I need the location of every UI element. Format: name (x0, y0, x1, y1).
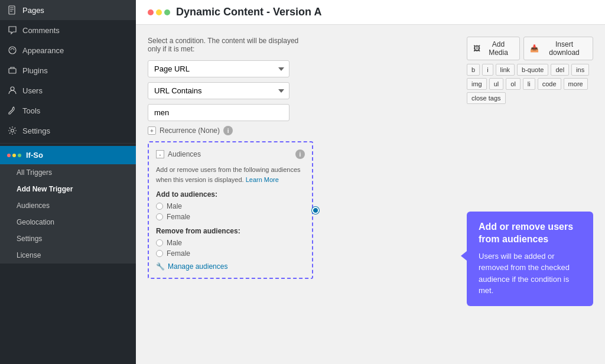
sidebar-label-appearance: Appearance (22, 46, 64, 55)
appearance-icon (7, 45, 18, 56)
svg-point-6 (11, 87, 14, 90)
tools-icon (7, 105, 18, 116)
svg-point-4 (9, 47, 16, 54)
svg-rect-5 (9, 69, 16, 73)
remove-male-radio[interactable]: Male (156, 239, 305, 247)
tag-li[interactable]: li (523, 78, 535, 90)
audiences-box: - Audiences i Add or remove users from t… (148, 141, 313, 279)
tooltip-arrow (461, 251, 467, 261)
tooltip-text: Users will be added or removed from the … (479, 251, 581, 297)
sidebar-label-users: Users (22, 86, 43, 95)
sidebar-item-pages[interactable]: Pages (0, 0, 136, 20)
content-area: Select a condition. The content will be … (136, 25, 605, 364)
submenu-geolocation[interactable]: Geolocation (0, 214, 136, 230)
svg-point-7 (11, 129, 14, 132)
tag-b-quote[interactable]: b-quote (517, 64, 548, 76)
ifso-section[interactable]: If-So (0, 146, 136, 164)
editor-toolbar: 🖼 Add Media 📥 Insert download b i link b… (467, 37, 593, 104)
wrench-icon: 🔧 (156, 262, 165, 271)
sidebar-item-appearance[interactable]: Appearance (0, 40, 136, 60)
condition-text-input[interactable] (148, 104, 290, 121)
top-dot-yellow (156, 9, 162, 15)
sidebar-item-plugins[interactable]: Plugins (0, 60, 136, 80)
tag-del[interactable]: del (551, 64, 569, 76)
remove-male-label: Male (167, 239, 182, 247)
submenu-license[interactable]: License (0, 247, 136, 264)
remove-male-radio-circle (156, 239, 163, 246)
tag-ol[interactable]: ol (506, 78, 521, 90)
tag-b[interactable]: b (467, 64, 480, 76)
add-media-button[interactable]: 🖼 Add Media (467, 37, 520, 60)
tag-ins[interactable]: ins (571, 64, 589, 76)
ifso-sub-menu: All Triggers Add New Trigger Audiences G… (0, 164, 136, 264)
sidebar-label-pages: Pages (22, 6, 44, 15)
connector-dot (312, 207, 319, 214)
sidebar-item-tools[interactable]: Tools (0, 100, 136, 121)
add-female-radio-circle (156, 213, 163, 220)
plugins-icon (7, 65, 18, 76)
audiences-collapse-btn[interactable]: - (156, 150, 164, 158)
sidebar-label-comments: Comments (22, 26, 60, 35)
toolbar-row1: 🖼 Add Media 📥 Insert download (467, 37, 593, 60)
settings-icon (7, 125, 18, 136)
sidebar-divider (0, 143, 136, 144)
add-audiences-label: Add to audiences: (156, 190, 305, 199)
tooltip-title: Add or remove users from audiences (479, 221, 581, 246)
condition-dropdown-2[interactable]: URL Contains (148, 82, 290, 99)
media-icon: 🖼 (473, 44, 480, 53)
recurrence-label: Recurrence (None) (160, 126, 220, 135)
insert-download-button[interactable]: 📥 Insert download (523, 37, 593, 60)
tag-close-tags[interactable]: close tags (467, 92, 506, 104)
sidebar: Pages Comments Appearance Plugins Users … (0, 0, 136, 364)
remove-female-radio[interactable]: Female (156, 249, 305, 258)
users-icon (7, 85, 18, 96)
ifso-dot-green (18, 154, 21, 157)
main-content: Dynamic Content - Version A Select a con… (136, 0, 605, 364)
tag-more[interactable]: more (564, 78, 588, 90)
top-dot-red (148, 9, 154, 15)
tag-i[interactable]: i (482, 64, 493, 76)
tooltip-box: Add or remove users from audiences Users… (467, 212, 593, 306)
sidebar-item-users[interactable]: Users (0, 80, 136, 100)
recurrence-toggle[interactable]: + (148, 126, 156, 135)
sidebar-item-comments[interactable]: Comments (0, 20, 136, 40)
ifso-dot-yellow (12, 154, 16, 157)
page-title: Dynamic Content - Version A (176, 6, 321, 18)
add-male-radio[interactable]: Male (156, 202, 305, 210)
learn-more-link[interactable]: Learn More (246, 176, 279, 183)
submenu-settings[interactable]: Settings (0, 230, 136, 247)
audiences-info-icon[interactable]: i (295, 150, 305, 159)
tag-link[interactable]: link (496, 64, 515, 76)
condition-dropdown-1[interactable]: Page URL (148, 60, 290, 77)
tag-img[interactable]: img (467, 78, 487, 90)
remove-audiences-label: Remove from audiences: (156, 227, 305, 235)
add-male-radio-circle (156, 203, 163, 210)
recurrence-info-icon[interactable]: i (223, 126, 233, 135)
recurrence-row: + Recurrence (None) i (148, 126, 455, 135)
tag-ul[interactable]: ul (489, 78, 504, 90)
top-dot-green (164, 9, 170, 15)
ifso-dot-red (7, 154, 11, 157)
remove-female-radio-circle (156, 250, 163, 257)
svg-rect-0 (9, 6, 15, 14)
condition-description: Select a condition. The content will be … (148, 37, 301, 53)
sidebar-label-plugins: Plugins (22, 66, 48, 75)
audiences-title: Audiences (168, 150, 201, 158)
audiences-description: Add or remove users from the following a… (156, 165, 305, 184)
submenu-audiences[interactable]: Audiences (0, 197, 136, 214)
add-female-radio[interactable]: Female (156, 213, 305, 221)
sidebar-item-settings[interactable]: Settings (0, 121, 136, 141)
sidebar-label-settings: Settings (22, 126, 50, 135)
submenu-add-new-trigger[interactable]: Add New Trigger (0, 181, 136, 197)
audiences-header: - Audiences i (156, 150, 305, 159)
manage-audiences-link[interactable]: 🔧 Manage audiences (156, 262, 305, 271)
ifso-dots (7, 154, 21, 157)
ifso-label: If-So (26, 151, 43, 160)
add-male-label: Male (167, 202, 182, 210)
submenu-all-triggers[interactable]: All Triggers (0, 164, 136, 181)
download-icon: 📥 (530, 44, 539, 53)
tag-code[interactable]: code (538, 78, 561, 90)
top-bar: Dynamic Content - Version A (136, 0, 605, 25)
pages-icon (7, 5, 18, 15)
remove-female-label: Female (167, 249, 190, 258)
